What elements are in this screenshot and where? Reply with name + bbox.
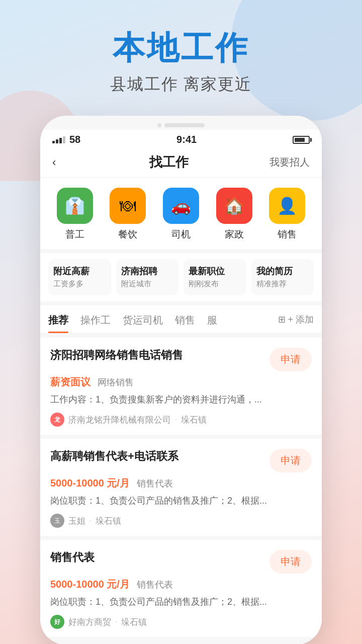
category-sales[interactable]: 👤 销售 bbox=[269, 188, 305, 241]
signal-number: 58 bbox=[69, 134, 80, 145]
ql-title-4: 我的简历 bbox=[256, 265, 309, 277]
recruit-button[interactable]: 我要招人 bbox=[269, 155, 310, 169]
job-type-1: 网络销售 bbox=[98, 377, 134, 387]
job-desc-3: 岗位职责：1、负责公司产品的销售及推广；2、根据... bbox=[50, 595, 312, 609]
sub-title: 县城工作 离家更近 bbox=[110, 73, 252, 96]
battery-icon bbox=[293, 136, 310, 144]
quick-links-section: 附近高薪 工资多多 济南招聘 附近城市 最新职位 刚刚发布 我的简历 精准推荐 bbox=[40, 253, 322, 301]
status-bar: 58 9:41 bbox=[40, 130, 322, 147]
category-food-label: 餐饮 bbox=[118, 228, 137, 241]
food-icon: 🍽 bbox=[110, 188, 146, 224]
sales-icon: 👤 bbox=[269, 188, 305, 224]
job-card-header-3: 销售代表 申请 bbox=[50, 550, 312, 574]
ql-sub-4: 精准推荐 bbox=[256, 279, 309, 289]
job-footer-2: 玉 玉姐 · 垛石镇 bbox=[50, 514, 312, 528]
job-list: 济阳招聘网络销售电话销售 申请 薪资面议 网络销售 工作内容：1、负责搜集新客户… bbox=[40, 334, 322, 644]
ql-title-2: 济南招聘 bbox=[121, 265, 174, 277]
status-time: 9:41 bbox=[176, 134, 197, 145]
category-driver-label: 司机 bbox=[171, 228, 191, 241]
company-name-1: 济南龙铭升降机械有限公司 bbox=[68, 414, 171, 426]
driver-icon: 🚗 bbox=[163, 188, 199, 224]
job-card-header-1: 济阳招聘网络销售电话销售 申请 bbox=[50, 348, 312, 371]
job-type-3: 销售代表 bbox=[137, 580, 173, 590]
category-home-label: 家政 bbox=[225, 228, 244, 241]
job-salary-row-3: 5000-10000 元/月 销售代表 bbox=[50, 578, 312, 591]
job-salary-1: 薪资面议 bbox=[50, 376, 90, 387]
job-title-2: 高薪聘销售代表+电话联系 bbox=[50, 449, 261, 464]
phone-wrapper: 58 9:41 ‹ 找工作 我要招人 👔 普工 🍽 餐饮 🚗 bbox=[40, 116, 322, 644]
ql-sub-1: 工资多多 bbox=[53, 279, 106, 289]
apply-button-1[interactable]: 申请 bbox=[269, 348, 312, 371]
location-1: 垛石镇 bbox=[181, 414, 207, 426]
company-avatar-1: 龙 bbox=[50, 413, 64, 427]
category-general[interactable]: 👔 普工 bbox=[57, 188, 93, 241]
header-section: 本地工作 县城工作 离家更近 bbox=[110, 0, 252, 106]
tab-add-label: + 添加 bbox=[288, 313, 314, 326]
signal-icon bbox=[52, 136, 65, 143]
back-button[interactable]: ‹ bbox=[52, 156, 68, 169]
company-name-2: 玉姐 bbox=[68, 515, 85, 527]
category-driver[interactable]: 🚗 司机 bbox=[163, 188, 199, 241]
dot-3: · bbox=[115, 617, 117, 626]
quick-link-nearby-highsalary[interactable]: 附近高薪 工资多多 bbox=[48, 259, 111, 295]
dot-2: · bbox=[89, 516, 92, 525]
job-title-3: 销售代表 bbox=[50, 550, 261, 565]
job-type-2: 销售代表 bbox=[137, 478, 173, 489]
phone-pill bbox=[164, 123, 205, 127]
tab-recommend[interactable]: 推荐 bbox=[48, 305, 68, 333]
category-sales-label: 销售 bbox=[278, 228, 297, 241]
ql-sub-2: 附近城市 bbox=[121, 279, 174, 289]
category-food[interactable]: 🍽 餐饮 bbox=[110, 188, 146, 241]
tab-add-button[interactable]: ⊞ + 添加 bbox=[278, 313, 314, 326]
location-3: 垛石镇 bbox=[121, 616, 147, 628]
status-left: 58 bbox=[52, 134, 80, 145]
job-salary-2: 5000-10000 元/月 bbox=[50, 477, 130, 489]
job-card-3: 销售代表 申请 5000-10000 元/月 销售代表 岗位职责：1、负责公司产… bbox=[40, 540, 322, 637]
page-title: 找工作 bbox=[149, 153, 189, 171]
job-card-1: 济阳招聘网络销售电话销售 申请 薪资面议 网络销售 工作内容：1、负责搜集新客户… bbox=[40, 338, 322, 435]
plus-icon: ⊞ bbox=[278, 314, 286, 325]
company-name-3: 好南方商贸 bbox=[68, 616, 111, 628]
tab-clothes[interactable]: 服 bbox=[207, 305, 217, 333]
tab-sales[interactable]: 销售 bbox=[175, 305, 195, 333]
quick-link-latest[interactable]: 最新职位 刚刚发布 bbox=[184, 259, 246, 295]
phone-camera bbox=[157, 123, 161, 127]
home-icon: 🏠 bbox=[216, 188, 252, 224]
apply-button-2[interactable]: 申请 bbox=[269, 449, 312, 472]
main-title: 本地工作 bbox=[110, 30, 252, 65]
nav-bar: ‹ 找工作 我要招人 bbox=[40, 147, 322, 178]
company-avatar-2: 玉 bbox=[50, 514, 64, 528]
tab-freight-driver[interactable]: 货运司机 bbox=[123, 305, 163, 333]
job-desc-1: 工作内容：1、负责搜集新客户的资料并进行沟通，... bbox=[50, 393, 312, 407]
general-icon: 👔 bbox=[57, 188, 93, 224]
apply-button-3[interactable]: 申请 bbox=[269, 550, 312, 574]
job-salary-row-1: 薪资面议 网络销售 bbox=[50, 375, 312, 389]
category-section: 👔 普工 🍽 餐饮 🚗 司机 🏠 家政 👤 销售 bbox=[40, 178, 322, 249]
category-general-label: 普工 bbox=[65, 228, 84, 241]
tabs-section: 推荐 操作工 货运司机 销售 服 ⊞ + 添加 bbox=[40, 305, 322, 334]
job-desc-2: 岗位职责：1、负责公司产品的销售及推广；2、根据... bbox=[50, 494, 312, 508]
battery-fill bbox=[295, 138, 305, 142]
job-card-header-2: 高薪聘销售代表+电话联系 申请 bbox=[50, 449, 312, 472]
ql-sub-3: 刚刚发布 bbox=[189, 279, 241, 289]
phone-mockup: 58 9:41 ‹ 找工作 我要招人 👔 普工 🍽 餐饮 🚗 bbox=[40, 116, 322, 644]
tab-operator[interactable]: 操作工 bbox=[80, 305, 111, 333]
quick-link-resume[interactable]: 我的简历 精准推荐 bbox=[251, 259, 314, 295]
phone-top-bar bbox=[40, 116, 322, 130]
ql-title-1: 附近高薪 bbox=[53, 265, 106, 277]
dot-1: · bbox=[175, 415, 177, 424]
company-avatar-3: 好 bbox=[50, 615, 64, 629]
job-title-1: 济阳招聘网络销售电话销售 bbox=[50, 348, 261, 363]
job-card-2: 高薪聘销售代表+电话联系 申请 5000-10000 元/月 销售代表 岗位职责… bbox=[40, 439, 322, 536]
job-footer-1: 龙 济南龙铭升降机械有限公司 · 垛石镇 bbox=[50, 413, 312, 427]
ql-title-3: 最新职位 bbox=[189, 265, 241, 277]
location-2: 垛石镇 bbox=[96, 515, 121, 527]
job-footer-3: 好 好南方商贸 · 垛石镇 bbox=[50, 615, 312, 629]
job-salary-row-2: 5000-10000 元/月 销售代表 bbox=[50, 476, 312, 490]
quick-link-jinan[interactable]: 济南招聘 附近城市 bbox=[116, 259, 179, 295]
category-home[interactable]: 🏠 家政 bbox=[216, 188, 252, 241]
job-salary-3: 5000-10000 元/月 bbox=[50, 579, 130, 590]
